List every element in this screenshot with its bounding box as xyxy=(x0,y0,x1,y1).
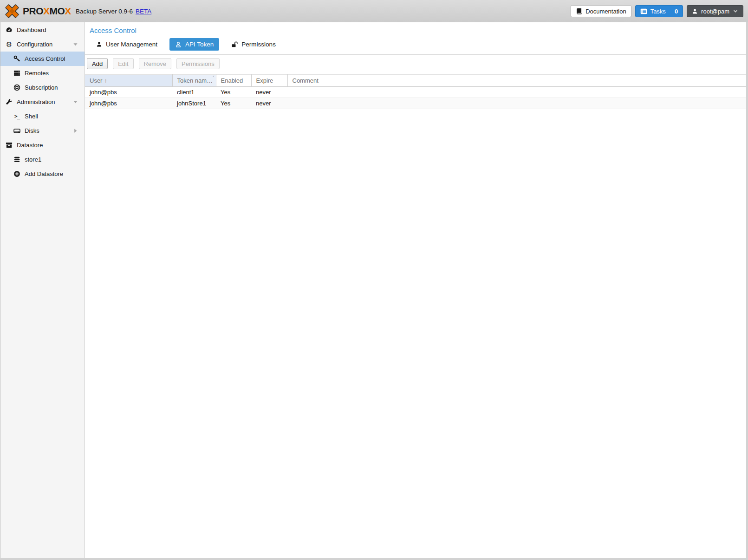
proxmox-logo: PROXMOX xyxy=(5,4,71,19)
sidebar-item-subscription[interactable]: Subscription xyxy=(0,80,85,95)
sidebar-item-configuration[interactable]: ⚙ Configuration xyxy=(0,37,85,52)
sidebar-item-label: Datastore xyxy=(17,142,43,149)
cell-enabled: Yes xyxy=(216,98,251,109)
beta-link[interactable]: BETA xyxy=(136,8,151,15)
sidebar-item-datastore[interactable]: Datastore xyxy=(0,138,85,152)
wordmark-segment: X xyxy=(43,6,50,17)
column-header-expire[interactable]: Expire xyxy=(251,75,287,87)
proxmox-wordmark: PROXMOX xyxy=(23,6,71,17)
tasks-button[interactable]: Tasks 0 xyxy=(635,5,683,17)
secondary-sort-icon: ´ xyxy=(213,75,215,83)
tab-permissions[interactable]: Permissions xyxy=(226,38,281,51)
sidebar-item-label: Dashboard xyxy=(17,26,46,33)
cell-expire: never xyxy=(251,98,287,109)
book-icon xyxy=(576,8,582,14)
product-version-label: Backup Server 0.9-6 xyxy=(76,8,133,15)
sidebar-item-label: Subscription xyxy=(25,84,58,91)
user-menu-label: root@pam xyxy=(701,8,729,15)
tab-bar: User Management API Token Permissions xyxy=(85,37,746,55)
app-viewport: PROXMOX Backup Server 0.9-6 BETA Documen… xyxy=(0,0,748,558)
task-list-icon xyxy=(640,8,647,14)
remove-button[interactable]: Remove xyxy=(139,58,171,69)
sidebar-item-label: store1 xyxy=(25,156,41,163)
user-menu-button[interactable]: root@pam xyxy=(687,5,743,17)
database-icon xyxy=(13,156,21,163)
top-header-bar: PROXMOX Backup Server 0.9-6 BETA Documen… xyxy=(0,0,748,22)
sidebar-item-shell[interactable]: >_ Shell xyxy=(0,109,85,124)
tab-label: Permissions xyxy=(241,41,276,48)
sidebar-item-remotes[interactable]: Remotes xyxy=(0,66,85,80)
edit-button[interactable]: Edit xyxy=(113,58,133,69)
column-header-comment[interactable]: Comment xyxy=(287,75,746,87)
permissions-button[interactable]: Permissions xyxy=(176,58,220,69)
column-label: Enabled xyxy=(221,77,243,84)
cell-user: john@pbs xyxy=(85,87,172,98)
sidebar-item-store1[interactable]: store1 xyxy=(0,152,85,167)
cell-token: client1 xyxy=(172,87,216,98)
table-row[interactable]: john@pbs johnStore1 Yes never xyxy=(85,98,746,109)
content-panel: Access Control User Management API Token xyxy=(85,22,746,558)
main-row: Dashboard ⚙ Configuration xyxy=(0,22,746,558)
archive-icon xyxy=(5,142,13,149)
life-ring-icon xyxy=(13,84,21,91)
terminal-icon: >_ xyxy=(13,113,21,119)
sidebar-item-label: Shell xyxy=(25,113,38,120)
grid-toolbar: Add Edit Remove Permissions xyxy=(85,55,746,72)
column-label: User xyxy=(90,77,102,84)
header-actions: Documentation Tasks 0 xyxy=(571,5,743,17)
table-row[interactable]: john@pbs client1 Yes never xyxy=(85,87,746,98)
cell-token: johnStore1 xyxy=(172,98,216,109)
sidebar-item-label: Access Control xyxy=(25,55,65,62)
sidebar-nav: Dashboard ⚙ Configuration xyxy=(0,22,85,558)
tab-api-token[interactable]: API Token xyxy=(169,38,219,51)
column-header-token-name[interactable]: Token nam…´ xyxy=(172,75,216,87)
sidebar-item-label: Administration xyxy=(17,98,55,105)
wrench-icon xyxy=(5,98,13,105)
cell-expire: never xyxy=(251,87,287,98)
sidebar-item-label: Remotes xyxy=(25,70,49,77)
chevron-down-icon[interactable] xyxy=(73,99,78,104)
api-token-table: User↑ Token nam…´ Enabled Expire Comment… xyxy=(85,74,746,109)
chevron-down-icon xyxy=(733,8,738,14)
tasks-count-badge: 0 xyxy=(675,8,678,15)
column-label: Comment xyxy=(293,77,319,84)
tab-user-management[interactable]: User Management xyxy=(91,38,163,51)
wordmark-segment: MO xyxy=(50,6,65,17)
cell-comment xyxy=(287,98,746,109)
sidebar-item-administration[interactable]: Administration xyxy=(0,95,85,109)
sidebar-item-label: Disks xyxy=(25,127,39,134)
dashboard-icon xyxy=(5,26,13,33)
sidebar-item-label: Add Datastore xyxy=(25,170,63,177)
column-label: Expire xyxy=(256,77,273,84)
chevron-down-icon[interactable] xyxy=(73,42,78,47)
column-header-enabled[interactable]: Enabled xyxy=(216,75,251,87)
tasks-label: Tasks xyxy=(650,8,666,15)
wordmark-segment: X xyxy=(65,6,71,17)
column-label: Token nam… xyxy=(177,77,213,84)
sidebar-item-access-control[interactable]: Access Control xyxy=(0,52,85,66)
gears-icon: ⚙ xyxy=(5,41,13,48)
hdd-icon xyxy=(13,127,21,134)
documentation-button[interactable]: Documentation xyxy=(571,5,631,17)
column-header-user[interactable]: User↑ xyxy=(85,75,172,87)
sort-asc-icon: ↑ xyxy=(104,77,107,84)
key-icon xyxy=(13,55,21,62)
unlock-icon xyxy=(231,41,238,48)
sidebar-item-disks[interactable]: Disks xyxy=(0,124,85,138)
cell-enabled: Yes xyxy=(216,87,251,98)
sidebar-item-dashboard[interactable]: Dashboard xyxy=(0,23,85,37)
tab-label: API Token xyxy=(185,41,214,48)
chevron-right-icon[interactable] xyxy=(73,128,78,133)
sidebar-item-add-datastore[interactable]: Add Datastore xyxy=(0,167,85,181)
add-button[interactable]: Add xyxy=(87,58,108,69)
cell-user: john@pbs xyxy=(85,98,172,109)
plus-circle-icon xyxy=(13,170,21,177)
page-title: Access Control xyxy=(85,22,746,37)
user-icon xyxy=(96,41,102,47)
wordmark-segment: PRO xyxy=(23,6,43,17)
tab-label: User Management xyxy=(106,41,157,48)
sidebar-item-label: Configuration xyxy=(17,41,52,48)
proxmox-x-logo-icon xyxy=(5,4,20,19)
server-icon xyxy=(13,70,21,77)
user-icon xyxy=(692,8,698,14)
